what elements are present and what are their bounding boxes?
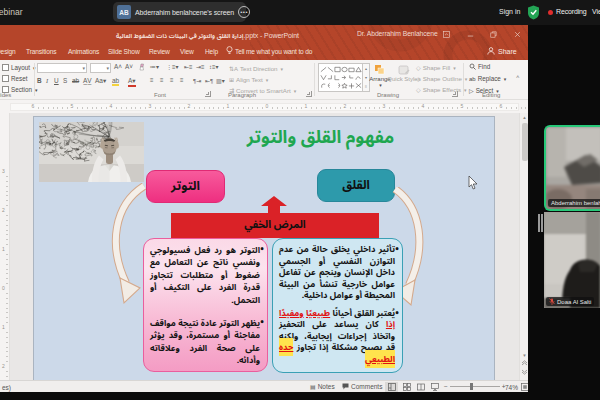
zoom-slider[interactable]: −+ — [444, 383, 506, 390]
panel-drag-handle[interactable] — [538, 214, 543, 232]
more-options-icon[interactable]: ••• — [238, 6, 250, 18]
columns-icon[interactable]: ▥▾ — [216, 77, 225, 84]
replace-button[interactable]: abReplace▾ — [469, 75, 506, 82]
decrease-indent-icon[interactable]: ⇤≡ — [184, 63, 193, 70]
justify-icon[interactable]: ≡ — [180, 77, 184, 83]
slide-sorter-view-icon[interactable] — [400, 382, 413, 392]
ltr-direction-icon[interactable]: ¶⇥ — [193, 77, 201, 84]
ribbon-tab[interactable]: Design — [0, 48, 16, 55]
align-left-icon[interactable]: ≡ — [150, 77, 154, 83]
participant-video-2[interactable]: Doaa Al Salti — [544, 212, 600, 308]
status-bar: es) ▤Notes Comments −+ 74% — [0, 380, 528, 392]
underline-icon[interactable]: U — [54, 77, 59, 84]
clear-formatting-icon[interactable] — [138, 63, 146, 72]
close-icon[interactable] — [514, 31, 521, 38]
view-button[interactable]: View — [592, 8, 600, 15]
rtl-direction-icon[interactable]: ⇤¶ — [205, 77, 213, 84]
vertical-scrollbar[interactable]: ▲ ▼ — [519, 113, 528, 380]
align-right-icon[interactable]: ≡ — [170, 77, 174, 83]
security-shield-icon[interactable] — [527, 5, 540, 20]
increase-font-icon[interactable]: A˄ — [114, 63, 122, 70]
restore-icon[interactable] — [490, 31, 497, 38]
next-slide-icon[interactable] — [520, 369, 528, 378]
sign-in-button[interactable]: Sign in — [499, 8, 520, 15]
slide-canvas[interactable]: مفهوم القلق والتوتر التوتر القلق المرض ا… — [34, 117, 494, 380]
bold-icon[interactable]: B — [37, 77, 42, 84]
find-button[interactable]: Find — [469, 63, 490, 70]
scroll-down-icon[interactable]: ▼ — [520, 351, 528, 360]
reset-button[interactable]: Reset — [2, 75, 27, 82]
document-title-suffix: .pptx - PowerPoint — [243, 32, 299, 39]
fit-to-window-icon[interactable] — [521, 383, 528, 391]
align-center-icon[interactable]: ≡ — [160, 77, 164, 83]
horizontal-ruler[interactable]: 6543210123456 — [0, 100, 528, 113]
collapse-ribbon-icon[interactable]: ˄ — [516, 74, 520, 80]
paragraph-dialog-launcher-icon[interactable] — [306, 91, 312, 97]
shape-gallery[interactable] — [318, 63, 363, 92]
layout-button[interactable]: Layout▾ — [2, 64, 35, 71]
ribbon-tab[interactable]: Slide Show — [108, 48, 140, 55]
anxiety-text-box[interactable]: تأثير داخلي يخلق حالة من عدم التوازن الن… — [272, 238, 403, 373]
shape-fill-button[interactable]: ◇Shape Fill▾ — [416, 64, 456, 71]
zoom-percent[interactable]: 74% — [505, 384, 518, 391]
italic-icon[interactable]: I — [46, 77, 48, 84]
minimize-icon[interactable] — [467, 31, 474, 38]
strikethrough-icon[interactable]: ab — [72, 77, 79, 84]
ruler-number: 3 — [2, 168, 5, 174]
bullets-icon[interactable]: ≔▾ — [150, 63, 159, 70]
zoom-thumb[interactable] — [470, 383, 473, 390]
vertical-ruler[interactable]: 321012 — [0, 113, 10, 380]
slideshow-view-icon[interactable] — [428, 382, 441, 392]
normal-view-icon[interactable] — [385, 382, 398, 392]
ribbon-tab[interactable]: Help — [205, 48, 218, 55]
highlight-color-icon[interactable]: ab — [112, 77, 119, 86]
up-arrow-shape[interactable] — [261, 196, 287, 213]
recording-dot-icon — [548, 10, 553, 15]
stress-text-box[interactable]: التوتر هو رد فعل فسيولوجي ونفسي ناتج عن … — [143, 238, 268, 372]
ribbon-tab[interactable]: View — [180, 48, 194, 55]
reading-view-icon[interactable] — [414, 382, 427, 392]
ribbon-tab[interactable]: Transitions — [26, 48, 56, 55]
font-dialog-launcher-icon[interactable] — [205, 91, 211, 97]
comments-button[interactable]: Comments — [342, 383, 382, 390]
scrollbar-thumb[interactable] — [522, 123, 528, 161]
convert-smartart-button[interactable]: ⇶Convert to SmartArt▾ — [229, 85, 296, 96]
zoom-track[interactable] — [450, 386, 500, 387]
stressed-man-photo[interactable] — [39, 122, 144, 182]
increase-indent-icon[interactable]: ⇥≡ — [196, 63, 205, 70]
ribbon-tab[interactable]: Animations — [68, 48, 99, 55]
align-text-button[interactable]: ⊞Align Text▾ — [229, 74, 268, 85]
font-size-combobox[interactable] — [90, 63, 111, 73]
anxiety-shape[interactable]: القلق — [317, 169, 395, 202]
hidden-disease-banner[interactable]: المرض الخفي — [171, 213, 379, 238]
tell-me-box[interactable]: Tell me what you want to do — [226, 46, 312, 56]
tell-me-label: Tell me what you want to do — [235, 48, 312, 55]
shared-screen-pill[interactable]: AB Abderrahim benlahcene's screen ••• — [113, 2, 246, 22]
previous-slide-icon[interactable] — [520, 360, 528, 369]
zoom-out-icon[interactable]: − — [444, 383, 448, 390]
char-spacing-icon[interactable]: A̲V̲ — [83, 77, 92, 84]
font-color-icon[interactable]: A▾ — [128, 77, 136, 87]
line-spacing-icon[interactable]: ↕≡▾ — [209, 63, 219, 70]
ribbon-display-options-icon[interactable] — [443, 31, 450, 38]
scroll-up-icon[interactable]: ▲ — [520, 113, 528, 122]
ruler-number: 6 — [32, 103, 35, 109]
decrease-font-icon[interactable]: A˅ — [125, 63, 133, 70]
shape-outline-button[interactable]: ◇Shape Outline▾ — [416, 75, 467, 82]
shadow-icon[interactable]: S — [63, 77, 67, 84]
share-button[interactable]: Share — [487, 47, 517, 55]
quick-styles-button[interactable]: Quick Styles — [393, 64, 415, 83]
participant-video-1[interactable]: Abderrahim benlahcene — [544, 125, 600, 211]
numbering-icon[interactable]: ⋮≡▾ — [166, 63, 179, 70]
stress-shape[interactable]: التوتر — [146, 170, 225, 203]
shape-effects-button[interactable]: ◇Shape Effects▾ — [416, 86, 467, 93]
drawing-dialog-launcher-icon[interactable] — [452, 91, 458, 97]
font-name-combobox[interactable] — [37, 63, 87, 73]
ribbon-tab[interactable]: Review — [149, 48, 170, 55]
ruler-number: 0 — [266, 103, 269, 109]
notes-button[interactable]: ▤Notes — [310, 383, 335, 390]
change-case-icon[interactable]: Aa▾ — [95, 77, 106, 85]
ruler-number: 1 — [305, 103, 308, 109]
slide-title[interactable]: مفهوم القلق والتوتر — [245, 123, 396, 155]
text-direction-button[interactable]: ⇅AText Direction▾ — [229, 63, 283, 74]
